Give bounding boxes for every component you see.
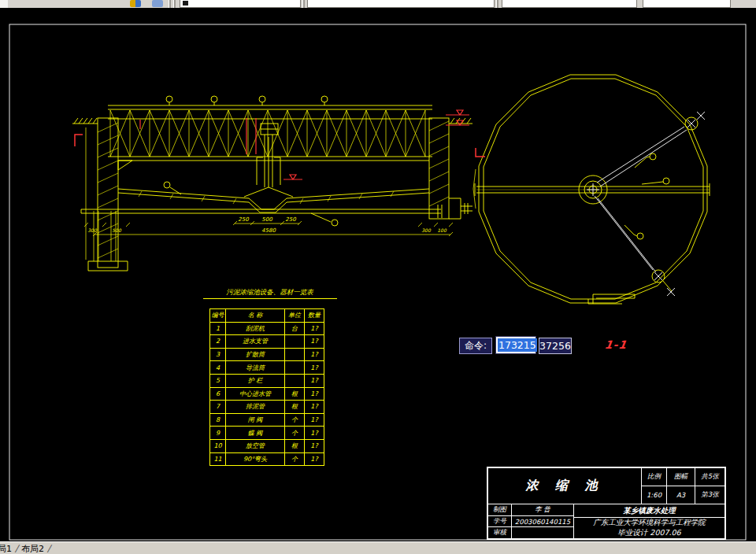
cell-unit: 根 [285, 439, 305, 452]
cell-name: 蝶 阀 [226, 427, 285, 440]
plan-white-arms [587, 112, 705, 296]
lineweight-combo[interactable] [643, 0, 731, 8]
cell-name: 护 栏 [226, 374, 285, 387]
dim-right2: 100 [437, 227, 447, 233]
plan-red-section-mark [476, 148, 485, 157]
coordinate-input-y[interactable]: 37256 [539, 338, 572, 354]
title-block: 浓 缩 池 比例 图幅 共5张 1:60 A3 第3张 制图 [487, 467, 726, 540]
project-name: 某乡镇废水处理 [574, 504, 724, 518]
header-qty: 数量 [305, 309, 324, 323]
scale-value: 1:60 [642, 486, 667, 504]
sheet-frame [9, 24, 746, 540]
cell-no: 11 [210, 452, 226, 466]
cell-unit [285, 348, 305, 361]
materials-grid: 编号 名 称 单位 数量 1刮泥机台1? 2进水支管1? 3扩散筒1? 4导流筒… [209, 308, 324, 466]
layer-combo[interactable] [180, 0, 301, 8]
cell-name: 中心进水管 [226, 387, 285, 401]
cell-name: 刮泥机 [226, 322, 285, 335]
cell-unit [285, 374, 305, 387]
format-label: 图幅 [667, 468, 695, 486]
color-combo[interactable] [307, 0, 495, 8]
cell-unit: 个 [285, 413, 305, 427]
drawing-title: 浓 缩 池 [488, 468, 642, 504]
dimension-texts: 250 500 250 4580 300 500 300 100 [87, 216, 447, 234]
cell-no: 8 [210, 413, 226, 427]
cell-no: 4 [210, 361, 226, 375]
cell-qty: 1? [305, 374, 324, 387]
dim-seg3: 250 [285, 216, 296, 223]
header-name: 名 称 [226, 309, 285, 323]
drafter-name: 李 普 [512, 504, 573, 516]
cell-name: 进水支管 [226, 335, 285, 349]
cell-no: 6 [210, 387, 226, 401]
cell-unit [285, 361, 305, 375]
dim-total: 4580 [261, 227, 276, 234]
table-row: 9蝶 阀个1? [210, 427, 324, 440]
linetype-combo[interactable] [502, 0, 637, 8]
sheets-total: 共5张 [695, 468, 724, 486]
dim-left1: 300 [87, 227, 98, 233]
table-row: 10放空管根1? [210, 439, 324, 452]
checker-label: 审核 [488, 527, 511, 538]
cell-unit: 根 [285, 401, 305, 414]
cell-no: 10 [210, 439, 226, 452]
layer-color-swatch [183, 1, 188, 6]
cell-qty: 1? [305, 401, 324, 414]
cell-name: 导流筒 [226, 361, 285, 375]
table-row: 1190°弯头个1? [210, 452, 324, 466]
table-row: 6中心进水管根1? [210, 387, 324, 401]
cell-qty: 1? [305, 439, 324, 452]
layer-properties-icon[interactable] [152, 0, 163, 7]
materials-table-title: 污泥浓缩池设备、器材一览表 [203, 288, 337, 299]
cell-name: 排泥管 [226, 401, 285, 414]
tab-layout2[interactable]: 布局2 [19, 543, 46, 554]
tab-divider: ∕ [46, 543, 51, 554]
cell-name: 90°弯头 [226, 452, 285, 466]
cell-name: 放空管 [226, 439, 285, 452]
scale-label: 比例 [642, 468, 667, 486]
tab-layout1[interactable]: 局1 [0, 543, 14, 554]
cell-no: 5 [210, 374, 226, 387]
cell-qty: 1? [305, 413, 324, 427]
cell-unit [285, 335, 305, 349]
student-id: 2003060140115 [512, 516, 573, 528]
cell-qty: 1? [305, 387, 324, 401]
toolbar-separator [169, 0, 171, 8]
cell-unit: 个 [285, 427, 305, 440]
materials-table: 污泥浓缩池设备、器材一览表 编号 名 称 单位 数量 1刮泥机台1? 2进水支管… [197, 288, 343, 466]
student-label: 学号 [488, 516, 511, 528]
cell-qty: 1? [305, 361, 324, 375]
section-view-drawing [72, 96, 472, 271]
dim-left2: 500 [112, 227, 122, 233]
command-prompt-label: 命令: [459, 338, 492, 354]
header-no: 编号 [210, 309, 226, 323]
cell-qty: 1? [305, 348, 324, 361]
layers-icon[interactable] [130, 0, 141, 7]
drawing-canvas[interactable]: 250 500 250 4580 300 500 300 100 [0, 8, 756, 541]
toolbar-edge [0, 0, 8, 8]
dim-right1: 300 [421, 227, 432, 233]
cell-no: 3 [210, 348, 226, 361]
cell-unit: 根 [285, 387, 305, 401]
table-header-row: 编号 名 称 单位 数量 [210, 309, 324, 323]
school-name: 广东工业大学环境科学与工程学院 [593, 518, 706, 528]
checker-name [512, 527, 573, 538]
sheet-number: 第3张 [695, 486, 724, 504]
dim-seg1: 250 [238, 216, 249, 223]
cell-unit: 个 [285, 452, 305, 466]
cell-name: 闸 阀 [226, 413, 285, 427]
header-unit: 单位 [285, 309, 305, 323]
selected-coordinate-text: 173215 [498, 338, 537, 352]
cell-qty: 1? [305, 427, 324, 440]
cell-qty: 1? [305, 452, 324, 466]
toolbar-separator [302, 0, 305, 8]
cell-unit: 台 [285, 322, 305, 335]
table-row: 3扩散筒1? [210, 348, 324, 361]
cell-no: 7 [210, 401, 226, 414]
toolbar-separator [496, 0, 498, 8]
table-row: 7排泥管根1? [210, 401, 324, 414]
coordinate-input-x[interactable]: 173215 [495, 336, 536, 354]
cell-name: 扩散筒 [226, 348, 285, 361]
cell-no: 9 [210, 427, 226, 440]
format-value: A3 [667, 486, 695, 504]
